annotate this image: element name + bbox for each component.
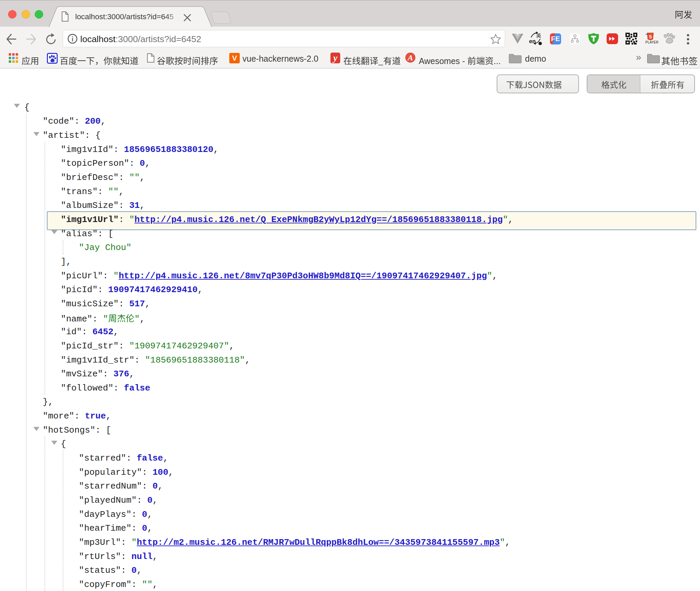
svg-text:5: 5 xyxy=(649,34,652,39)
